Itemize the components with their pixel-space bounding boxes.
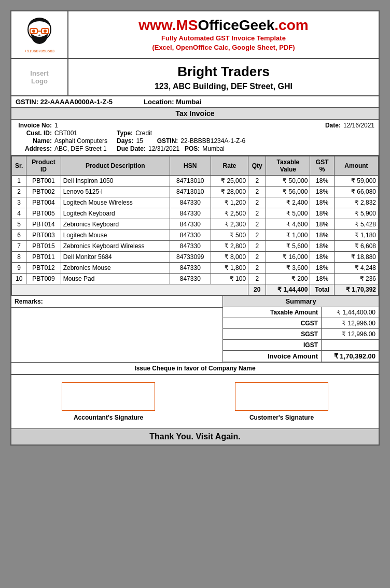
inv-row-2: Cust. ID: CBT001 Type: Credit <box>16 130 374 137</box>
cell-hsn: 84733099 <box>170 252 211 263</box>
cell-amount: ₹ 5,428 <box>334 219 378 230</box>
summary-cgst-row: CGST ₹ 12,996.00 <box>223 318 379 329</box>
cell-sr: 6 <box>12 230 26 241</box>
cell-taxable: ₹ 5,600 <box>266 241 310 252</box>
inv-pos-value: Mumbai <box>202 145 225 152</box>
cell-sr: 9 <box>12 263 26 274</box>
cell-sr: 8 <box>12 252 26 263</box>
site-title: www.MSOfficeGeek.com <box>138 17 308 34</box>
cell-hsn: 847330 <box>170 241 211 252</box>
cell-desc: Dell Monitor 5684 <box>61 252 170 263</box>
summary-sgst-value: ₹ 12,996.00 <box>322 329 379 339</box>
company-logo-placeholder: InsertLogo <box>11 59 68 95</box>
site-title-office: Office <box>198 17 239 33</box>
inv-duedate-value: 12/31/2021 <box>148 145 185 152</box>
cell-rate: ₹ 100 <box>211 274 248 284</box>
signatures-row: Accountant's Signature Customer's Signat… <box>11 375 379 428</box>
table-row: 3 PBT004 Logitech Mouse Wireless 847330 … <box>12 197 379 208</box>
cell-taxable: ₹ 3,600 <box>266 263 310 274</box>
cell-rate: ₹ 2,800 <box>211 241 248 252</box>
col-gst: GST% <box>310 156 335 176</box>
total-label: Total <box>310 284 335 295</box>
cell-desc: Logitech Mouse Wireless <box>61 197 170 208</box>
cell-amount: ₹ 66,080 <box>334 187 378 197</box>
svg-point-5 <box>44 30 47 33</box>
col-desc: Product Description <box>61 156 170 176</box>
inv-number-label: Invoice No: <box>16 122 54 129</box>
col-hsn: HSN <box>170 156 211 176</box>
cell-prod-id: PBT002 <box>26 187 61 197</box>
cell-amount: ₹ 2,832 <box>334 197 378 208</box>
cell-sr: 7 <box>12 241 26 252</box>
location-text: Location: Mumbai <box>144 98 201 106</box>
cell-sr: 2 <box>12 187 26 197</box>
cell-gst: 18% <box>310 274 335 284</box>
table-row: 6 PBT003 Logitech Mouse 847330 ₹ 500 2 ₹… <box>12 230 379 241</box>
remarks-label: Remarks: <box>11 296 222 308</box>
inv-row-3: Name: Asphalt Computers Days: 15 GSTIN: … <box>16 137 374 145</box>
cell-hsn: 84713010 <box>170 176 211 187</box>
cell-amount: ₹ 18,880 <box>334 252 378 263</box>
cell-prod-id: PBT001 <box>26 176 61 187</box>
inv-type-label: Type: <box>117 130 135 137</box>
inv-type-value: Credit <box>135 130 198 137</box>
cell-taxable: ₹ 16,000 <box>266 252 310 263</box>
cell-rate: ₹ 28,000 <box>211 187 248 197</box>
inv-pos-label: POS: <box>185 145 202 152</box>
cell-hsn: 847330 <box>170 197 211 208</box>
inv-addr-value: ABC, DEF Street 1 <box>54 145 117 152</box>
summary-cgst-value: ₹ 12,996.00 <box>322 318 379 328</box>
svg-point-4 <box>32 30 35 33</box>
footer-text: Thank You. Visit Again. <box>11 428 379 444</box>
inv-gstin-label: GSTIN: <box>157 137 181 145</box>
cell-rate: ₹ 500 <box>211 230 248 241</box>
cell-sr: 3 <box>12 197 26 208</box>
inv-date-value: 12/16/2021 <box>343 122 374 129</box>
col-prod-id: ProductID <box>26 156 61 176</box>
cell-prod-id: PBT003 <box>26 230 61 241</box>
inv-custid-label: Cust. ID: <box>16 130 54 137</box>
cell-taxable: ₹ 200 <box>266 274 310 284</box>
cell-gst: 18% <box>310 241 335 252</box>
cell-gst: 18% <box>310 252 335 263</box>
cell-prod-id: PBT015 <box>26 241 61 252</box>
inv-days-label: Days: <box>117 137 136 145</box>
customer-sig-block: Customer's Signature <box>195 382 368 421</box>
cell-sr: 1 <box>12 176 26 187</box>
summary-block: Summary Taxable Amount ₹ 1,44,400.00 CGS… <box>223 296 379 362</box>
company-section: InsertLogo Bright Traders 123, ABC Build… <box>11 59 379 96</box>
cell-qty: 2 <box>248 252 266 263</box>
header-logo: +919687858563 <box>11 11 68 58</box>
inv-date-block: Date: 12/16/2021 <box>325 122 374 129</box>
phone-number: +919687858563 <box>24 49 54 53</box>
cell-hsn: 847330 <box>170 208 211 219</box>
logo-icon <box>24 16 55 47</box>
site-title-ms: MS <box>176 17 198 33</box>
total-empty <box>12 284 248 295</box>
cell-taxable: ₹ 2,400 <box>266 197 310 208</box>
cell-desc: Logitech Keyboard <box>61 208 170 219</box>
col-sr: Sr. <box>12 156 26 176</box>
cell-hsn: 847330 <box>170 230 211 241</box>
remarks-content[interactable] <box>11 308 222 349</box>
cell-prod-id: PBT009 <box>26 274 61 284</box>
cell-gst: 18% <box>310 187 335 197</box>
cell-amount: ₹ 5,900 <box>334 208 378 219</box>
company-name-block: Bright Traders 123, ABC Building, DEF St… <box>68 59 379 95</box>
site-title-com: .com <box>274 17 308 33</box>
cell-sr: 4 <box>12 208 26 219</box>
bottom-section: Remarks: Summary Taxable Amount ₹ 1,44,4… <box>11 295 379 362</box>
inv-gstin-value: 22-BBBBB1234A-1-Z-6 <box>180 137 245 145</box>
table-total-row: 20 ₹ 1,44,400 Total ₹ 1,70,392 <box>12 284 379 295</box>
cell-taxable: ₹ 5,000 <box>266 208 310 219</box>
cell-rate: ₹ 2,500 <box>211 208 248 219</box>
cell-taxable: ₹ 4,600 <box>266 219 310 230</box>
inv-row-4: Address: ABC, DEF Street 1 Due Date: 12/… <box>16 145 374 152</box>
site-subtitle: Fully Automated GST Invoice Template (Ex… <box>152 34 295 52</box>
cell-desc: Dell Inspiron 1050 <box>61 176 170 187</box>
table-header-row: Sr. ProductID Product Description HSN Ra… <box>12 156 379 176</box>
summary-invoice-value: ₹ 1,70,392.00 <box>322 351 379 362</box>
cell-gst: 18% <box>310 219 335 230</box>
cell-prod-id: PBT011 <box>26 252 61 263</box>
inv-addr-label: Address: <box>16 145 54 152</box>
